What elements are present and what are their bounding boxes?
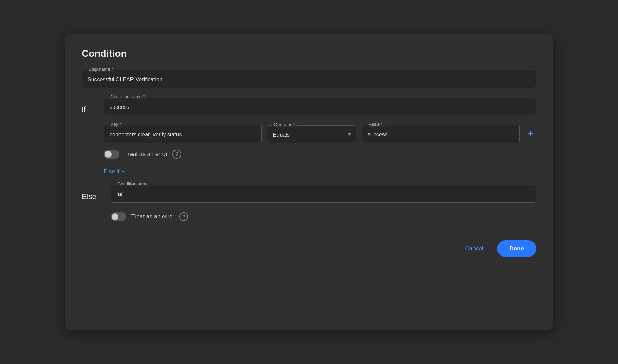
step-name-input[interactable] bbox=[82, 70, 536, 88]
if-content: Condition name * Key * Operator * Equals… bbox=[104, 98, 536, 161]
done-button[interactable]: Done bbox=[497, 240, 537, 257]
modal-title: Condition bbox=[82, 48, 536, 59]
step-name-field: Step name * bbox=[82, 70, 536, 88]
else-section: Else Condition name Treat as an error ? bbox=[82, 185, 536, 224]
step-name-label: Step name * bbox=[87, 67, 115, 72]
footer-buttons: Cancel Done bbox=[82, 240, 536, 257]
operator-field-group: Operator * Equals Not Equals Contains ▼ bbox=[267, 125, 356, 143]
else-toggle-thumb bbox=[112, 213, 118, 220]
if-toggle-track bbox=[104, 150, 119, 159]
if-condition-name-input[interactable] bbox=[104, 98, 536, 115]
key-label: Key * bbox=[108, 122, 123, 127]
if-treat-as-error-row: Treat as an error ? bbox=[104, 150, 536, 159]
condition-modal: Condition Step name * If Condition name … bbox=[65, 34, 553, 330]
if-treat-as-error-label: Treat as an error bbox=[124, 151, 168, 158]
else-treat-as-error-toggle[interactable] bbox=[111, 212, 126, 221]
if-treat-as-error-help-icon[interactable]: ? bbox=[172, 150, 181, 159]
if-row-fields: Key * Operator * Equals Not Equals Conta… bbox=[104, 125, 536, 143]
else-label: Else bbox=[82, 185, 102, 201]
value-label: Value * bbox=[367, 122, 385, 127]
key-input[interactable] bbox=[104, 125, 262, 143]
if-toggle-thumb bbox=[105, 151, 112, 158]
else-condition-name-field: Condition name bbox=[111, 185, 536, 203]
value-field-group: Value * bbox=[362, 125, 520, 143]
else-treat-as-error-help-icon[interactable]: ? bbox=[179, 212, 188, 221]
operator-select-wrapper: Equals Not Equals Contains ▼ bbox=[267, 125, 356, 143]
cancel-button[interactable]: Cancel bbox=[458, 241, 490, 256]
operator-label: Operator * bbox=[272, 122, 297, 127]
else-toggle-track bbox=[111, 212, 126, 221]
key-field-group: Key * bbox=[104, 125, 262, 143]
if-condition-name-label: Condition name * bbox=[108, 94, 147, 99]
if-condition-name-field: Condition name * bbox=[104, 98, 536, 115]
add-condition-button[interactable]: + bbox=[525, 125, 536, 141]
value-input[interactable] bbox=[362, 125, 520, 143]
if-label: If bbox=[82, 98, 95, 114]
else-treat-as-error-label: Treat as an error bbox=[131, 213, 174, 220]
if-treat-as-error-toggle[interactable] bbox=[104, 150, 119, 159]
else-treat-as-error-row: Treat as an error ? bbox=[111, 212, 536, 221]
else-condition-name-input[interactable] bbox=[111, 185, 536, 203]
operator-select[interactable]: Equals Not Equals Contains bbox=[267, 125, 356, 143]
else-condition-name-label: Condition name bbox=[115, 181, 151, 186]
else-if-link[interactable]: Else if + bbox=[104, 168, 125, 175]
else-content: Condition name Treat as an error ? bbox=[111, 185, 536, 224]
if-section: If Condition name * Key * Operator * Equ… bbox=[82, 98, 536, 161]
